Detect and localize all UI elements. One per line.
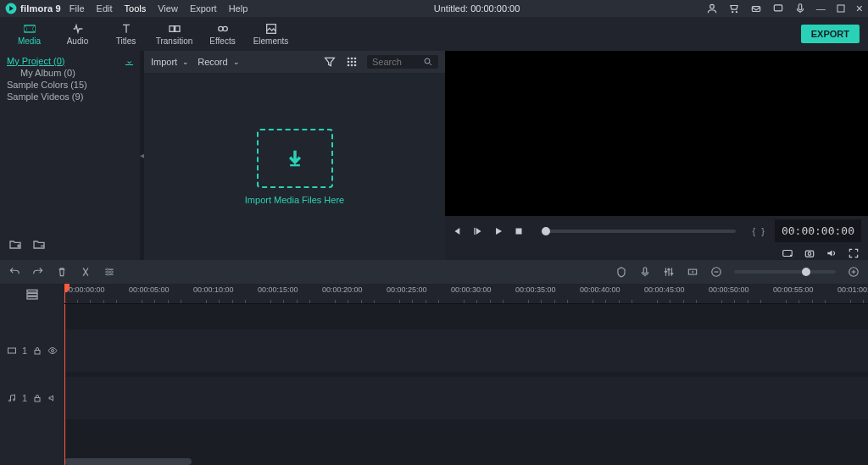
- timeline-tracks: 1 1: [0, 304, 868, 465]
- sidebar-item-sample-videos[interactable]: Sample Videos (9): [0, 91, 140, 102]
- prev-frame-button[interactable]: [452, 225, 464, 237]
- stop-button[interactable]: [513, 225, 525, 237]
- fullscreen-icon[interactable]: [848, 247, 860, 259]
- sidebar-item-sample-colors[interactable]: Sample Colors (15): [0, 79, 140, 91]
- lock-icon[interactable]: [32, 346, 42, 356]
- ruler-tick: 00:00:10:00: [193, 285, 234, 294]
- zoom-slider[interactable]: [734, 270, 836, 274]
- track-manager-icon[interactable]: [25, 287, 39, 301]
- svg-point-20: [354, 64, 357, 67]
- svg-rect-34: [667, 269, 670, 271]
- eye-icon[interactable]: [47, 346, 58, 356]
- close-button[interactable]: ×: [856, 2, 863, 15]
- delete-folder-icon[interactable]: [32, 238, 46, 252]
- tab-effects[interactable]: Effects: [198, 22, 247, 46]
- step-frame-button[interactable]: [472, 225, 484, 237]
- menu-edit[interactable]: Edit: [97, 3, 113, 14]
- timeline-body[interactable]: [64, 304, 868, 465]
- sidebar-project-label: My Project (0): [7, 56, 64, 66]
- mute-icon[interactable]: [47, 393, 58, 403]
- sidebar-item-project[interactable]: My Project (0) ⌄: [0, 54, 140, 67]
- elements-icon: [264, 22, 278, 36]
- svg-rect-23: [474, 227, 475, 234]
- svg-rect-35: [670, 273, 674, 274]
- tab-audio[interactable]: Audio: [53, 22, 102, 46]
- timeline-ruler[interactable]: 00:00:00:0000:00:05:0000:00:10:0000:00:1…: [64, 284, 868, 304]
- svg-point-13: [351, 58, 353, 60]
- menu-help[interactable]: Help: [229, 3, 248, 14]
- volume-icon[interactable]: [826, 247, 837, 259]
- render-icon[interactable]: [687, 266, 698, 278]
- audio-track-header[interactable]: 1: [0, 377, 64, 419]
- svg-point-9: [218, 26, 222, 30]
- menu-export[interactable]: Export: [190, 3, 217, 14]
- tab-media[interactable]: Media: [5, 22, 53, 46]
- cart-icon[interactable]: [728, 3, 740, 14]
- new-folder-icon[interactable]: [8, 238, 22, 252]
- svg-point-15: [348, 61, 350, 64]
- account-icon[interactable]: [706, 3, 718, 14]
- zoom-out-button[interactable]: [710, 266, 722, 278]
- preview-panel: { } 00:00:00:00: [445, 51, 868, 260]
- media-panel: Import⌄ Record⌄ Import Media Files Here: [144, 51, 445, 260]
- marker-icon[interactable]: [615, 266, 627, 278]
- range-brackets[interactable]: { }: [753, 226, 766, 236]
- voiceover-icon[interactable]: [639, 266, 651, 278]
- video-track-header[interactable]: 1: [0, 329, 64, 372]
- play-button[interactable]: [492, 225, 504, 237]
- redo-button[interactable]: [32, 266, 44, 278]
- export-button[interactable]: EXPORT: [801, 25, 860, 43]
- svg-rect-5: [837, 5, 844, 12]
- svg-rect-39: [27, 290, 37, 292]
- search-field[interactable]: [367, 55, 438, 69]
- audio-track-lane[interactable]: [64, 377, 868, 419]
- quality-icon[interactable]: [782, 247, 793, 259]
- svg-point-12: [348, 58, 350, 60]
- tab-titles[interactable]: Titles: [102, 22, 150, 46]
- svg-point-26: [790, 255, 792, 257]
- preview-canvas[interactable]: [445, 51, 868, 216]
- audio-mixer-icon[interactable]: [663, 266, 675, 278]
- snapshot-icon[interactable]: [804, 247, 815, 259]
- video-track-lane[interactable]: [64, 329, 868, 372]
- minimize-button[interactable]: —: [816, 3, 826, 14]
- grid-view-icon[interactable]: [345, 55, 359, 69]
- timeline-playhead[interactable]: [64, 304, 65, 465]
- cloud-icon[interactable]: [750, 3, 762, 14]
- settings-lines-icon[interactable]: [103, 266, 115, 278]
- svg-rect-42: [8, 348, 16, 353]
- tab-transition[interactable]: Transition: [150, 22, 198, 46]
- import-dropzone[interactable]: Import Media Files Here: [144, 73, 445, 260]
- menu-file[interactable]: File: [70, 3, 85, 14]
- svg-rect-47: [35, 398, 40, 402]
- tab-elements[interactable]: Elements: [247, 22, 295, 46]
- horizontal-scrollbar[interactable]: [64, 458, 192, 465]
- svg-rect-3: [774, 5, 782, 11]
- preview-scrubber[interactable]: [542, 230, 736, 233]
- app-name: filmora 9: [20, 3, 61, 14]
- menu-view[interactable]: View: [158, 3, 178, 14]
- svg-point-14: [354, 58, 357, 60]
- svg-point-30: [110, 271, 112, 273]
- filter-icon[interactable]: [323, 55, 337, 69]
- media-toolbar: Import⌄ Record⌄: [144, 51, 445, 73]
- menu-tools[interactable]: Tools: [125, 3, 147, 14]
- zoom-in-button[interactable]: [848, 266, 860, 278]
- menu-items: FileEditToolsViewExportHelp: [70, 3, 248, 14]
- undo-button[interactable]: [8, 266, 20, 278]
- ruler-tick: 00:00:45:00: [644, 285, 685, 294]
- svg-rect-41: [27, 296, 37, 299]
- import-dropdown[interactable]: Import⌄: [151, 57, 189, 67]
- maximize-button[interactable]: [836, 3, 846, 14]
- message-icon[interactable]: [772, 3, 784, 14]
- svg-point-1: [709, 4, 714, 8]
- split-button[interactable]: [80, 266, 92, 278]
- search-input[interactable]: [372, 57, 423, 67]
- record-dropdown[interactable]: Record⌄: [198, 57, 239, 67]
- svg-rect-2: [752, 7, 760, 12]
- sidebar-item-album[interactable]: My Album (0): [0, 67, 140, 79]
- mic-icon[interactable]: [794, 3, 806, 14]
- svg-rect-43: [35, 351, 40, 355]
- lock-icon[interactable]: [32, 393, 42, 403]
- delete-button[interactable]: [56, 266, 68, 278]
